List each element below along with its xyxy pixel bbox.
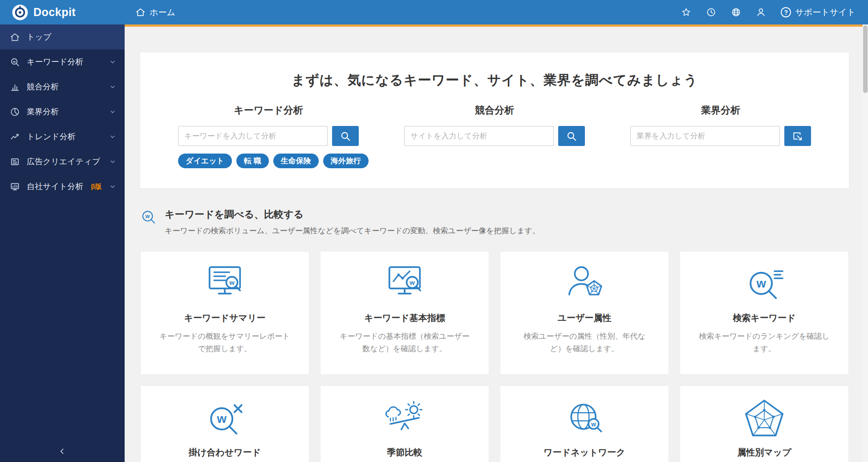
- tag-diet[interactable]: ダイエット: [178, 154, 232, 168]
- tag-job-change[interactable]: 転 職: [236, 154, 269, 168]
- card-title: キーワードサマリー: [184, 312, 266, 324]
- chevron-down-icon: [109, 133, 117, 141]
- card-title: キーワード基本指標: [364, 312, 445, 324]
- industry-analysis-input[interactable]: [630, 126, 780, 146]
- trend-line-icon: [10, 132, 20, 142]
- keyword-metrics-icon: [380, 263, 429, 306]
- industry-select-button[interactable]: [784, 126, 811, 146]
- example-tags: ダイエット 転 職 生命保険 海外旅行: [178, 154, 359, 168]
- chevron-down-icon: [109, 108, 117, 116]
- chevron-down-icon: [109, 182, 117, 190]
- card-title: ユーザー属性: [558, 312, 612, 324]
- nav-home-link[interactable]: ホーム: [135, 7, 175, 18]
- search-w-icon: [140, 209, 158, 227]
- hero-title: まずは、気になるキーワード、サイト、業界を調べてみましょう: [140, 71, 849, 89]
- sidebar-item-trend-analysis[interactable]: トレンド分析: [0, 124, 125, 149]
- brand-name: Dockpit: [33, 6, 76, 19]
- search-icon: [340, 130, 351, 142]
- sidebar-item-label: 業界分析: [27, 106, 59, 117]
- hero-column-title: キーワード分析: [234, 104, 303, 117]
- bar-chart-icon: [10, 82, 20, 92]
- card-combination-words[interactable]: 掛け合わせワード 掛け合わせワードのランキングを: [140, 385, 309, 462]
- card-desc: 検索キーワードのランキングを確認します。: [697, 330, 832, 355]
- card-desc: キーワードの概観をサマリーレポートで把握します。: [157, 330, 292, 355]
- sidebar-item-label: トップ: [27, 32, 51, 42]
- chevron-down-icon: [109, 58, 117, 66]
- chevron-down-icon: [109, 83, 117, 91]
- sidebar-item-keyword-analysis[interactable]: キーワード分析: [0, 49, 125, 74]
- sidebar-collapse-button[interactable]: [0, 441, 125, 462]
- sidebar-item-ad-creative[interactable]: 広告クリエイティブ: [0, 149, 125, 174]
- sidebar-item-competitor-analysis[interactable]: 競合分析: [0, 74, 125, 99]
- main-content: まずは、気になるキーワード、サイト、業界を調べてみましょう キーワード分析 ダイ…: [125, 24, 868, 462]
- keyword-search-icon: [10, 57, 20, 67]
- card-desc: 検索ユーザーの属性（性別、年代など）を確認します。: [517, 330, 652, 355]
- tag-overseas-travel[interactable]: 海外旅行: [323, 154, 369, 168]
- card-keyword-metrics[interactable]: キーワード基本指標 キーワードの基本指標（検索ユーザー数など）を確認します。: [320, 251, 489, 375]
- user-attributes-icon: [560, 263, 609, 306]
- favorites-star-icon[interactable]: [681, 7, 691, 17]
- nav-home-label: ホーム: [150, 7, 175, 18]
- scrollbar: [863, 24, 868, 462]
- tag-life-insurance[interactable]: 生命保険: [273, 154, 319, 168]
- site-analysis-input[interactable]: [404, 126, 554, 146]
- newspaper-icon: [10, 157, 20, 167]
- card-word-network[interactable]: ワードネットワーク 掛け合わせワードをネットワーク: [500, 385, 669, 462]
- search-icon: [566, 130, 577, 142]
- brand-logo[interactable]: Dockpit: [0, 4, 125, 21]
- keyword-analysis-input[interactable]: [178, 126, 328, 146]
- card-title: 属性別マップ: [737, 446, 791, 458]
- hero-column-industry: 業界分析: [608, 104, 834, 168]
- word-network-icon: [560, 397, 609, 440]
- hero-panel: まずは、気になるキーワード、サイト、業界を調べてみましょう キーワード分析 ダイ…: [140, 53, 849, 188]
- sidebar-item-own-site-analysis[interactable]: 自社サイト分析 β版: [0, 174, 125, 199]
- support-site-label: サポートサイト: [795, 7, 856, 18]
- sidebar-item-industry-analysis[interactable]: 業界分析: [0, 99, 125, 124]
- site-search-button[interactable]: [558, 126, 585, 146]
- attribute-map-icon: [740, 397, 789, 440]
- card-desc: キーワードの基本指標（検索ユーザー数など）を確認します。: [337, 330, 472, 355]
- user-account-icon[interactable]: [756, 7, 766, 17]
- keyword-summary-icon: [200, 263, 249, 306]
- card-search-keywords[interactable]: 検索キーワード 検索キーワードのランキングを確認します。: [680, 251, 849, 375]
- home-icon: [10, 32, 20, 42]
- home-icon: [135, 7, 146, 17]
- globe-icon[interactable]: [731, 7, 741, 17]
- card-title: 季節比較: [387, 446, 422, 458]
- card-season-compare[interactable]: 季節比較 期間によるユーザーの検索行動の: [320, 385, 489, 462]
- sidebar: トップ キーワード分析 競合分析 業界分析 トレンド分析 広告クリエイティブ 自…: [0, 24, 125, 462]
- pie-chart-icon: [10, 107, 20, 117]
- chevron-left-icon: [58, 447, 67, 456]
- section-title: キーワードを調べる、比較する: [165, 208, 540, 221]
- hero-column-title: 競合分析: [475, 104, 514, 117]
- keyword-section-header: キーワードを調べる、比較する キーワードの検索ボリューム、ユーザー属性などを調べ…: [140, 208, 849, 236]
- sidebar-item-label: 広告クリエイティブ: [27, 156, 100, 167]
- navbar-right-group: ? サポートサイト: [681, 7, 868, 18]
- hero-column-keyword: キーワード分析 ダイエット 転 職 生命保険 海外旅行: [155, 104, 381, 168]
- scrollbar-thumb[interactable]: [863, 25, 868, 93]
- dockpit-logo-icon: [12, 4, 28, 21]
- card-keyword-summary[interactable]: キーワードサマリー キーワードの概観をサマリーレポートで把握します。: [140, 251, 309, 375]
- feature-card-grid: キーワードサマリー キーワードの概観をサマリーレポートで把握します。 キーワード…: [140, 251, 849, 462]
- sidebar-item-label: 自社サイト分析: [27, 181, 83, 192]
- section-subtitle: キーワードの検索ボリューム、ユーザー属性などを調べてキーワードの変動、検索ユーザ…: [165, 226, 540, 236]
- card-user-attributes[interactable]: ユーザー属性 検索ユーザーの属性（性別、年代など）を確認します。: [500, 251, 669, 375]
- card-attribute-map[interactable]: 属性別マップ ユーザー属性を軸にワードをマッ: [680, 385, 849, 462]
- hero-column-competitor: 競合分析: [381, 104, 608, 168]
- sidebar-item-top[interactable]: トップ: [0, 24, 125, 49]
- hero-column-title: 業界分析: [701, 104, 740, 117]
- top-navbar: Dockpit ホーム ? サポートサイト: [0, 0, 868, 24]
- card-title: ワードネットワーク: [544, 446, 625, 458]
- sidebar-item-label: 競合分析: [27, 81, 59, 92]
- beta-badge: β版: [91, 182, 101, 191]
- history-clock-icon[interactable]: [706, 7, 716, 17]
- chevron-down-icon: [109, 158, 117, 166]
- card-title: 掛け合わせワード: [189, 446, 261, 458]
- select-box-icon: [792, 130, 803, 142]
- keyword-search-button[interactable]: [332, 126, 359, 146]
- sidebar-item-label: キーワード分析: [27, 57, 83, 67]
- support-site-link[interactable]: ? サポートサイト: [781, 7, 856, 18]
- site-chart-icon: [10, 182, 20, 192]
- help-icon: ?: [781, 7, 791, 17]
- card-title: 検索キーワード: [733, 312, 795, 324]
